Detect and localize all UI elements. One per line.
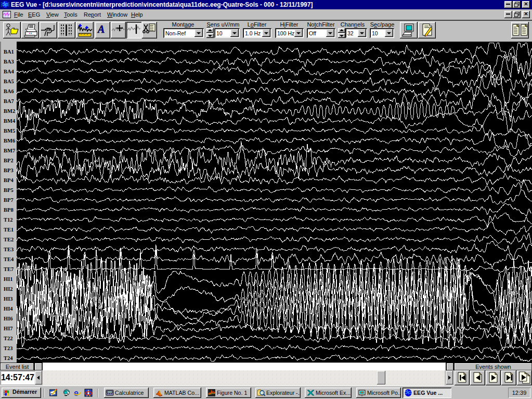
svg-text:e: e (74, 389, 79, 397)
svg-text:A: A (97, 23, 105, 35)
